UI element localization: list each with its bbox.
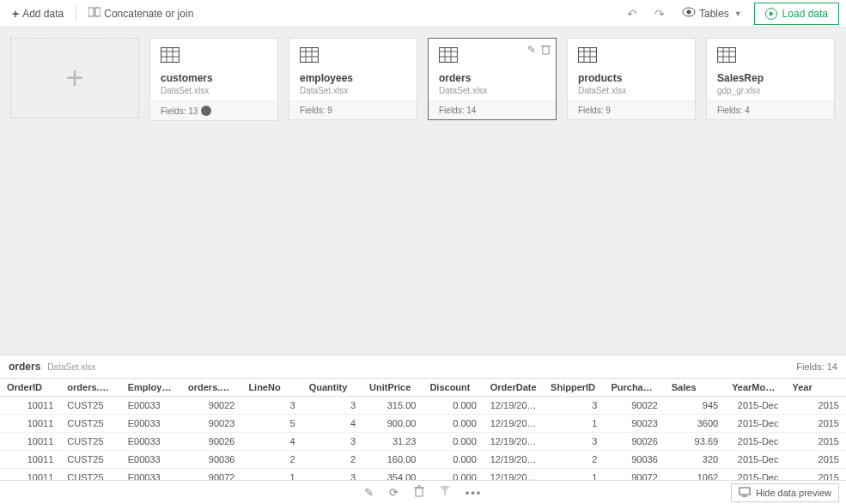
table-row[interactable]: 10011CUST25E00033900264331.230.00012/19/… [0, 433, 846, 451]
svg-rect-9 [301, 48, 319, 63]
table-card-fields: Fields: 4 [717, 106, 750, 115]
table-card-fields: Fields: 13 [161, 106, 198, 116]
tables-label: Tables [699, 8, 729, 20]
table-card-customers[interactable]: customersDataSet.xlsxFields: 13 [149, 38, 278, 121]
table-card-title: orders [439, 72, 545, 84]
table-cell: 10011 [0, 469, 60, 481]
table-cell: 2 [544, 451, 604, 469]
table-card-fields: Fields: 9 [300, 106, 332, 115]
globe-icon [201, 106, 211, 116]
delete-icon[interactable] [414, 485, 424, 500]
table-icon [161, 47, 267, 65]
column-header[interactable]: YearMonth [725, 379, 785, 397]
svg-point-3 [687, 10, 691, 15]
table-cell: 10011 [0, 451, 60, 469]
table-cell: 10011 [0, 415, 60, 433]
table-card-source: DataSet.xlsx [161, 86, 267, 95]
undo-button[interactable]: ↶ [622, 3, 642, 24]
table-cell: 354.00 [362, 469, 423, 481]
table-row[interactable]: 10011CUST25E000339002233315.000.00012/19… [0, 397, 846, 415]
table-cell: 93.69 [665, 433, 725, 451]
table-cell: 10011 [0, 433, 60, 451]
hide-preview-label: Hide data preview [756, 488, 831, 498]
column-header[interactable]: Sales [665, 379, 725, 397]
table-cell: 0.000 [423, 469, 483, 481]
table-card-products[interactable]: productsDataSet.xlsxFields: 9 [567, 38, 696, 120]
table-cell: 1 [544, 415, 604, 433]
table-cell: 2015 [785, 397, 846, 415]
table-card-orders[interactable]: ✎ordersDataSet.xlsxFields: 14 [428, 38, 557, 120]
table-icon [578, 47, 685, 65]
table-cell: 4 [241, 433, 301, 451]
table-cell: E00033 [121, 397, 181, 415]
table-cell: 315.00 [362, 397, 423, 415]
table-cell: 90036 [604, 451, 664, 469]
column-header[interactable]: ShipperID [544, 379, 604, 397]
table-cell: 12/19/2015 [484, 397, 544, 415]
edit-icon[interactable]: ✎ [364, 486, 374, 499]
table-cell: 2 [302, 451, 362, 469]
table-card-SalesRep[interactable]: SalesRepgdp_gr.xlsxFields: 4 [706, 38, 835, 120]
svg-rect-1 [95, 8, 100, 16]
table-cell: 160.00 [362, 451, 423, 469]
column-header[interactable]: Discount [423, 379, 483, 397]
hide-preview-button[interactable]: Hide data preview [731, 483, 839, 502]
table-cell: 2015-Dec [725, 469, 785, 481]
concat-label: Concatenate or join [104, 8, 193, 20]
column-header[interactable]: EmployeeKey [121, 379, 181, 397]
more-icon[interactable]: ••• [466, 486, 483, 499]
table-cell: 3 [302, 433, 362, 451]
view-tables-button[interactable]: Tables ▼ [677, 3, 747, 23]
column-header[interactable]: Year [785, 379, 846, 397]
column-header[interactable]: orders.Cust… [60, 379, 120, 397]
table-cell: 3 [241, 397, 301, 415]
column-header[interactable]: Quantity [302, 379, 362, 397]
data-model-canvas: + customersDataSet.xlsxFields: 13employe… [0, 27, 846, 355]
add-table-card[interactable]: + [10, 38, 139, 118]
table-card-title: SalesRep [717, 72, 824, 84]
table-cell: E00033 [121, 451, 181, 469]
table-cell: 900.00 [362, 415, 423, 433]
table-icon [300, 47, 406, 65]
column-header[interactable]: PurchasedP… [604, 379, 664, 397]
filter-icon[interactable] [440, 486, 450, 499]
delete-icon[interactable] [541, 44, 551, 58]
column-header[interactable]: OrderDate [484, 379, 544, 397]
table-row[interactable]: 10011CUST25E000339003622160.000.00012/19… [0, 451, 846, 469]
edit-icon[interactable]: ✎ [527, 44, 536, 58]
table-cell: 1062 [665, 469, 725, 481]
column-header[interactable]: UnitPrice [362, 379, 423, 397]
table-cell: 0.000 [423, 415, 483, 433]
table-card-employees[interactable]: employeesDataSet.xlsxFields: 9 [289, 38, 417, 120]
svg-rect-35 [739, 488, 750, 495]
table-cell: 90022 [604, 397, 664, 415]
add-data-button[interactable]: + Add data [7, 3, 69, 24]
play-icon [765, 8, 777, 20]
table-row[interactable]: 10011CUST25E000339007213354.000.00012/19… [0, 469, 846, 481]
table-card-source: DataSet.xlsx [439, 86, 545, 95]
redo-button[interactable]: ↷ [649, 3, 670, 24]
refresh-icon[interactable]: ⟳ [389, 486, 399, 499]
table-cell: 90022 [181, 397, 241, 415]
svg-rect-16 [440, 48, 458, 63]
column-header[interactable]: LineNo [241, 379, 301, 397]
table-cell: 90023 [181, 415, 241, 433]
concatenate-button[interactable]: Concatenate or join [83, 3, 198, 24]
table-cell: 2015 [785, 451, 846, 469]
column-header[interactable]: orders.Prod… [181, 379, 241, 397]
load-data-button[interactable]: Load data [754, 3, 839, 25]
svg-rect-0 [88, 8, 94, 16]
table-cell: 5 [241, 415, 301, 433]
table-row[interactable]: 10011CUST25E000339002354900.000.00012/19… [0, 415, 846, 433]
table-cell: 2015-Dec [725, 433, 785, 451]
table-cell: 90026 [181, 433, 241, 451]
table-card-title: products [578, 72, 685, 84]
table-cell: 2 [241, 451, 301, 469]
table-cell: E00033 [121, 415, 181, 433]
table-cell: 12/19/2015 [484, 433, 544, 451]
column-header[interactable]: OrderID [0, 379, 60, 397]
table-cell: 90072 [181, 469, 241, 481]
add-data-label: Add data [22, 8, 64, 20]
preview-source: DataSet.xlsx [47, 362, 95, 372]
table-cell: CUST25 [60, 469, 120, 481]
